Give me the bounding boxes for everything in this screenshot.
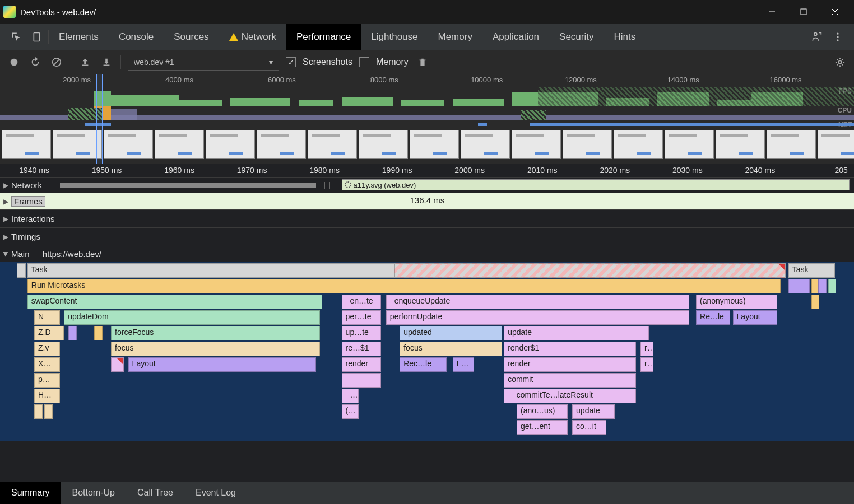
svg-point-5 [814, 33, 817, 36]
overview-fps: FPS [0, 87, 854, 106]
svg-point-12 [838, 60, 841, 63]
tab-bottom-up[interactable]: Bottom-Up [61, 482, 126, 504]
lane-frames[interactable]: ▶ Frames 136.4 ms [0, 193, 854, 209]
detail-ruler[interactable]: 1940 ms 1950 ms 1960 ms 1970 ms 1980 ms … [0, 164, 854, 177]
tab-console[interactable]: Console [109, 24, 164, 50]
window-controls [756, 0, 851, 24]
download-button[interactable] [99, 55, 114, 69]
inspect-icon[interactable] [6, 31, 27, 43]
window-titlebar: DevTools - web.dev/ [0, 0, 854, 24]
tab-security[interactable]: Security [549, 24, 604, 50]
tab-elements[interactable]: Elements [49, 24, 109, 50]
long-task-bar[interactable] [394, 263, 786, 278]
reload-record-button[interactable] [28, 55, 43, 69]
profile-name: web.dev #1 [134, 58, 174, 67]
svg-point-7 [837, 36, 838, 38]
lane-main-header[interactable]: ▶ Main — https://web.dev/ [0, 245, 854, 262]
separator [71, 55, 71, 69]
lane-interactions[interactable]: ▶ Interactions [0, 209, 854, 227]
overview-ruler: 2000 ms 4000 ms 6000 ms 8000 ms 10000 ms… [0, 74, 854, 87]
maximize-button[interactable] [788, 0, 819, 24]
profile-select[interactable]: web.dev #1 ▾ [128, 54, 279, 71]
task-bar[interactable]: Task [27, 263, 394, 278]
minimize-button[interactable] [756, 0, 788, 24]
tab-hints[interactable]: Hints [604, 24, 646, 50]
svg-point-6 [837, 33, 838, 35]
network-request[interactable]: a11y.svg (web.dev) [342, 179, 850, 190]
chevron-right-icon[interactable]: ▶ [0, 181, 11, 189]
performance-toolbar: web.dev #1 ▾ Screenshots Memory [0, 50, 854, 74]
bottom-tabs: Summary Bottom-Up Call Tree Event Log [0, 482, 854, 504]
memory-label: Memory [376, 57, 409, 67]
settings-button[interactable] [833, 55, 847, 69]
microtasks-bar[interactable]: Run Microtasks [27, 279, 781, 293]
upload-button[interactable] [78, 55, 92, 69]
svg-rect-4 [34, 33, 39, 41]
chevron-right-icon[interactable]: ▶ [0, 198, 11, 206]
tab-event-log[interactable]: Event Log [184, 482, 247, 504]
overview-screenshots [0, 128, 854, 161]
tab-sources[interactable]: Sources [164, 24, 219, 50]
tab-application[interactable]: Application [482, 24, 549, 50]
trash-button[interactable] [415, 55, 430, 69]
tab-call-tree[interactable]: Call Tree [126, 482, 184, 504]
memory-checkbox[interactable] [359, 57, 369, 67]
app-icon [3, 6, 16, 18]
record-button[interactable] [7, 55, 21, 69]
overview-net: NET [0, 120, 854, 128]
clear-button[interactable] [49, 55, 64, 69]
svg-point-9 [11, 59, 18, 66]
chevron-down-icon[interactable]: ▶ [2, 251, 10, 256]
tab-summary[interactable]: Summary [0, 482, 61, 504]
screenshots-label: Screenshots [303, 57, 352, 67]
more-icon[interactable] [827, 31, 848, 43]
overview-cpu: CPU [0, 106, 854, 120]
frame-duration: 136.4 ms [410, 195, 445, 205]
overview-panel[interactable]: 2000 ms 4000 ms 6000 ms 8000 ms 10000 ms… [0, 74, 854, 164]
devtools-tabs: Elements Console Sources Network Perform… [0, 24, 854, 50]
chevron-right-icon[interactable]: ▶ [0, 233, 11, 241]
device-icon[interactable] [27, 31, 48, 43]
svg-line-11 [54, 59, 60, 66]
lane-timings[interactable]: ▶ Timings [0, 227, 854, 245]
screenshot-thumb[interactable] [2, 130, 51, 159]
screenshots-checkbox[interactable] [286, 57, 296, 67]
feedback-icon[interactable] [806, 31, 827, 43]
tab-network[interactable]: Network [219, 24, 286, 50]
lane-network[interactable]: ▶ Network a11y.svg (web.dev) [0, 177, 854, 193]
tab-performance[interactable]: Performance [286, 24, 361, 50]
chevron-right-icon[interactable]: ▶ [0, 215, 11, 223]
tab-lighthouse[interactable]: Lighthouse [361, 24, 428, 50]
window-title: DevTools - web.dev/ [20, 7, 756, 17]
svg-point-8 [837, 39, 838, 41]
svg-rect-1 [801, 9, 806, 15]
close-button[interactable] [819, 0, 851, 24]
tab-memory[interactable]: Memory [428, 24, 482, 50]
task-bar[interactable]: Task [788, 263, 836, 278]
flame-chart[interactable]: Task Task Run Microtasks swapContent _en… [0, 262, 854, 441]
loading-icon [345, 181, 351, 188]
chevron-down-icon: ▾ [269, 58, 273, 67]
separator [120, 55, 121, 69]
